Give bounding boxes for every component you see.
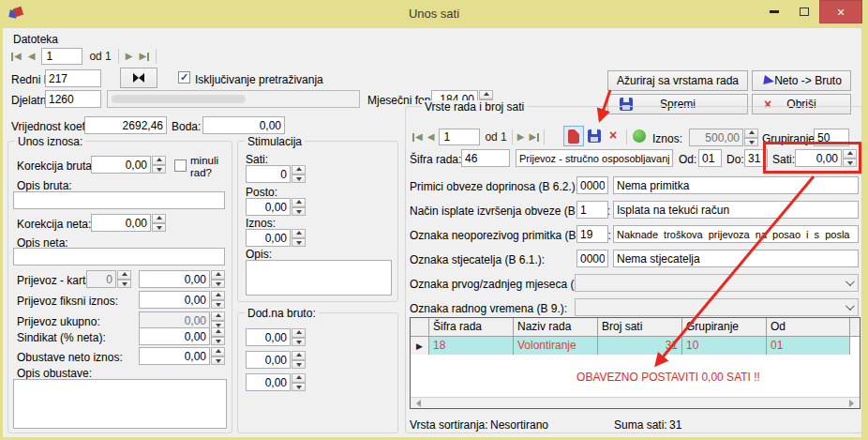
spinner-buttons[interactable] <box>211 347 225 365</box>
spinner-buttons[interactable] <box>292 198 306 216</box>
iskljucivanje-checkbox[interactable]: ✓ <box>178 71 190 83</box>
detail-row-code-input[interactable] <box>576 225 608 243</box>
dod-na-bruto-spinner-2[interactable] <box>246 351 306 369</box>
next-record-button[interactable]: ▶ <box>126 52 133 61</box>
spinner-buttons[interactable] <box>292 328 306 346</box>
opis-obustave-textarea[interactable] <box>13 379 227 429</box>
opis-neta-input[interactable] <box>13 248 225 266</box>
detail-row-desc-input[interactable] <box>613 176 859 194</box>
spin-down-icon[interactable] <box>152 165 166 174</box>
dod-na-bruto-spinner-3[interactable] <box>246 373 306 391</box>
spin-up-icon[interactable] <box>292 165 306 174</box>
cell-broj-sati[interactable]: 31 <box>598 337 682 355</box>
close-button[interactable]: × <box>819 0 862 23</box>
spin-down-icon[interactable] <box>292 207 306 217</box>
grid-column-header[interactable]: Od <box>767 318 850 336</box>
prvog-zadnjeg-mjeseca-combo[interactable] <box>575 274 859 292</box>
minimize-button[interactable] <box>759 0 789 23</box>
neto-bruto-button[interactable]: Neto -> Bruto <box>752 70 851 91</box>
spin-up-icon[interactable] <box>211 291 225 300</box>
spinner-buttons[interactable] <box>211 270 225 288</box>
spin-up-icon[interactable] <box>211 327 225 337</box>
redni-broj-input[interactable] <box>45 69 101 87</box>
spin-up-icon[interactable] <box>211 347 225 357</box>
spinner-buttons[interactable] <box>211 327 225 345</box>
spinner-buttons[interactable] <box>292 165 306 183</box>
naziv-rada-input[interactable] <box>516 149 673 167</box>
spinner-buttons[interactable] <box>292 351 306 369</box>
cell-naziv-rada[interactable]: Volontiranje <box>514 337 598 355</box>
prev-record-button[interactable]: ◀ <box>28 52 36 61</box>
od-input[interactable] <box>698 149 722 167</box>
first-record-button[interactable]: ◀ <box>412 132 423 142</box>
spin-down-icon[interactable] <box>211 300 225 310</box>
spinner-buttons[interactable] <box>292 373 306 391</box>
spin-down-icon[interactable] <box>152 223 166 233</box>
spin-up-icon[interactable] <box>292 373 306 383</box>
spinner-buttons[interactable] <box>211 291 225 309</box>
opis-bruta-input[interactable] <box>13 191 225 209</box>
prev-record-button[interactable]: ◀ <box>427 132 435 142</box>
cell-sifra-rada[interactable]: 18 <box>429 337 514 355</box>
spin-up-icon[interactable] <box>211 270 225 280</box>
korekcija-neta-spinner[interactable] <box>91 214 166 232</box>
detail-row-code-input[interactable] <box>576 176 608 194</box>
spin-down-icon[interactable] <box>744 138 758 147</box>
spin-up-icon[interactable] <box>292 229 306 238</box>
spin-down-icon[interactable] <box>292 174 306 184</box>
spin-up-icon[interactable] <box>152 214 166 223</box>
spinner-buttons[interactable] <box>152 214 166 232</box>
spin-up-icon[interactable] <box>292 328 306 338</box>
scroll-left-icon[interactable] <box>412 400 421 407</box>
detail-row-code-input[interactable] <box>576 250 608 267</box>
grid-column-header[interactable]: Grupiranje <box>682 318 767 336</box>
boda-input[interactable] <box>202 116 285 134</box>
spin-up-icon[interactable] <box>744 129 758 138</box>
spin-down-icon[interactable] <box>292 360 306 370</box>
spin-up-icon[interactable] <box>479 90 493 99</box>
grid-column-header[interactable]: Šifra rada <box>429 318 514 336</box>
detail-row-desc-input[interactable] <box>613 250 859 267</box>
scroll-right-icon[interactable] <box>849 400 858 407</box>
spin-down-icon[interactable] <box>292 238 306 248</box>
spin-down-icon[interactable] <box>292 383 306 392</box>
djelatnik-input[interactable] <box>45 90 101 108</box>
record-position-input[interactable] <box>439 129 480 145</box>
save-record-button[interactable] <box>588 129 601 143</box>
spin-up-icon[interactable] <box>152 156 166 165</box>
spin-down-icon[interactable] <box>211 337 225 346</box>
menu-datoteka[interactable]: Datoteka <box>13 33 58 46</box>
spin-up-icon[interactable] <box>211 311 225 321</box>
cell-grupiranje[interactable]: 10 <box>682 337 767 355</box>
spin-down-icon[interactable] <box>211 280 225 289</box>
record-position-input[interactable] <box>41 48 82 65</box>
sindikat-spinner[interactable] <box>139 327 225 345</box>
cell-od[interactable]: 01 <box>767 337 850 355</box>
stimulacija-sati-spinner[interactable] <box>246 165 306 183</box>
detail-row-desc-input[interactable] <box>613 225 859 243</box>
spin-down-icon[interactable] <box>292 338 306 347</box>
dod-na-bruto-spinner-1[interactable] <box>246 328 306 346</box>
spinner-buttons[interactable] <box>152 156 166 174</box>
sifra-rada-input[interactable] <box>461 149 510 167</box>
prijevoz-karta-spinner[interactable] <box>139 270 225 288</box>
spin-up-icon[interactable] <box>292 198 306 207</box>
radnog-vremena-combo[interactable] <box>575 298 859 316</box>
azuriraj-button[interactable]: Ažuriraj sa vrstama rada <box>607 70 748 91</box>
last-record-button[interactable]: ▶ <box>139 52 149 61</box>
refresh-button[interactable] <box>633 129 646 143</box>
next-record-button[interactable]: ▶ <box>517 132 525 142</box>
spin-up-icon[interactable] <box>117 270 131 280</box>
new-record-button[interactable] <box>563 126 584 146</box>
obustave-spinner[interactable] <box>139 347 225 365</box>
grid-column-header[interactable]: Naziv rada <box>514 318 598 336</box>
delete-record-button[interactable]: × <box>609 129 617 142</box>
minuli-rad-checkbox[interactable] <box>174 159 187 172</box>
korekcija-bruta-spinner[interactable] <box>91 156 166 174</box>
detail-row-code-input[interactable] <box>576 201 608 219</box>
prijevoz-fiksni-spinner[interactable] <box>139 291 225 309</box>
spin-down-icon[interactable] <box>211 357 225 366</box>
work-types-grid[interactable]: Šifra rada Naziv rada Broj sati Grupiran… <box>410 317 861 409</box>
horizontal-scrollbar[interactable] <box>411 397 860 408</box>
search-button[interactable] <box>120 68 157 88</box>
